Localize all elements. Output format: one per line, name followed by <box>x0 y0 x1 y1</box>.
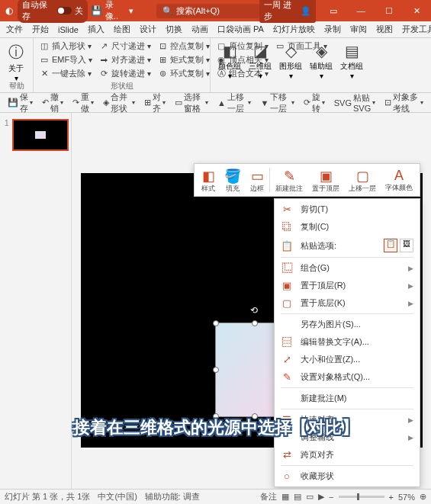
qat-上移一层[interactable]: ▲上移一层 ▾ <box>214 90 254 116</box>
save-icon[interactable]: 💾 <box>91 5 102 17</box>
qat-选择窗格[interactable]: ▭选择窗格 ▾ <box>172 90 211 116</box>
menu-快速对齐[interactable]: ☰快速对齐▶ <box>275 411 420 429</box>
autosave-toggle[interactable]: 自动保存 关 <box>18 0 87 23</box>
tab-幻灯片放映[interactable]: 幻灯片放映 <box>269 21 320 37</box>
tab-绘图[interactable]: 绘图 <box>109 21 135 37</box>
menu-另存为图片(S)...[interactable]: 另存为图片(S)... <box>275 316 420 333</box>
ribbon-btn-尺寸递进[interactable]: ↗尺寸递进 ▾ <box>96 40 153 53</box>
about-button[interactable]: ⓘ 关于 ▾ <box>3 40 29 85</box>
accessibility[interactable]: 辅助功能: 调查 <box>145 491 200 502</box>
close-icon[interactable]: ✕ <box>406 0 428 21</box>
menu-组合(G)[interactable]: ⿺组合(G)▶ <box>275 259 420 277</box>
tab-开发工具[interactable]: 开发工具 <box>397 21 431 37</box>
menu-置于顶层(R)[interactable]: ▣置于顶层(R)▶ <box>275 277 420 294</box>
tab-视图[interactable]: 视图 <box>371 21 397 37</box>
zoom-slider[interactable] <box>339 496 384 498</box>
menu-设置对象格式(Q)...[interactable]: ✎设置对象格式(Q)... <box>275 368 420 386</box>
fit-icon[interactable]: ⊕ <box>420 492 426 502</box>
mini-新建批注[interactable]: ✎新建批注 <box>271 166 307 194</box>
minimize-icon[interactable]: — <box>350 0 372 21</box>
resize-handle[interactable] <box>213 320 219 326</box>
qat-合并形状[interactable]: ◈合并形状 ▾ <box>100 90 138 116</box>
group-icon: ◈ <box>316 42 327 60</box>
tab-开始[interactable]: 开始 <box>27 21 53 37</box>
dropdown-icon[interactable]: ▾ <box>129 6 133 16</box>
ribbon-btn-旋转递进[interactable]: ⟳旋转递进 ▾ <box>96 67 153 80</box>
resize-handle[interactable] <box>252 320 258 326</box>
ribbon-btn-对齐递进[interactable]: ⮕对齐递进 ▾ <box>96 53 153 66</box>
resize-handle[interactable] <box>213 367 219 373</box>
btn-icon: ↗ <box>98 41 109 52</box>
rotate-handle-icon[interactable]: ⟲ <box>250 305 258 316</box>
qat-重做[interactable]: ↷重做 ▾ <box>69 90 97 116</box>
view-reading-icon[interactable]: ▭ <box>306 492 314 502</box>
view-sorter-icon[interactable]: ▤ <box>294 492 301 502</box>
qat-撤销[interactable]: ↶撤销 ▾ <box>39 90 66 116</box>
ribbon-btn-环式复制[interactable]: ⊚环式复制 ▾ <box>155 67 212 80</box>
mini-样式[interactable]: ◧样式 <box>197 166 220 194</box>
menu-跨页对齐[interactable]: ⇄跨页对齐 <box>275 446 420 464</box>
paste-option-icon[interactable]: 🖼 <box>400 239 413 252</box>
qat-对象多考线[interactable]: ⊡对象多考线 ▾ <box>381 90 426 116</box>
zoom-out-icon[interactable]: − <box>329 493 333 502</box>
ribbon-group-图形组[interactable]: ◇图形组▾ <box>278 40 304 82</box>
ribbon-btn-矩式复制[interactable]: ⊞矩式复制 ▾ <box>155 53 212 66</box>
doc-name: 录像.. <box>105 0 126 22</box>
tab-文件[interactable]: 文件 <box>2 21 27 37</box>
tab-插入[interactable]: 插入 <box>83 21 109 37</box>
ribbon-group-颜色组[interactable]: ◧颜色组▾ <box>217 40 243 82</box>
mini-置于顶层[interactable]: ▣置于顶层 <box>307 166 344 194</box>
mini-边框[interactable]: ▭边框 <box>246 166 269 194</box>
tab-动画[interactable]: 动画 <box>187 21 213 37</box>
ribbon-btn-EMF导入[interactable]: ▭EMF导入 ▾ <box>37 53 95 66</box>
tab-设计[interactable]: 设计 <box>135 21 161 37</box>
tab-切换[interactable]: 切换 <box>161 21 187 37</box>
slide-thumbnail[interactable] <box>12 119 69 151</box>
menu-icon: ▢ <box>281 297 293 309</box>
qat-下移一层[interactable]: ▼下移一层 ▾ <box>257 90 297 116</box>
title-bar: ◐ 自动保存 关 💾 录像.. ▾ 🔍 搜索(Alt+Q) 一周 进步 👤 ▭ … <box>0 0 431 21</box>
menu-复制(C)[interactable]: ⿻复制(C) <box>275 218 420 236</box>
qat-对齐[interactable]: ⊞对齐 ▾ <box>141 90 169 116</box>
ribbon-btn-控点复制[interactable]: ⊡控点复制 ▾ <box>155 40 212 53</box>
mini-字体颜色[interactable]: A字体颜色 <box>381 166 417 194</box>
paste-option-icon[interactable]: 📋 <box>384 239 397 252</box>
menu-大小和位置(Z)...[interactable]: ⤢大小和位置(Z)... <box>275 351 420 368</box>
qat-保存[interactable]: 💾保存 ▾ <box>5 90 36 116</box>
resize-handle[interactable] <box>213 413 219 419</box>
search-input[interactable]: 🔍 搜索(Alt+Q) <box>156 4 260 18</box>
menu-调整辅线[interactable]: 调整辅线▶ <box>275 429 420 446</box>
slide-count: 幻灯片 第 1 张，共 1张 <box>5 491 90 502</box>
zoom-in-icon[interactable]: + <box>389 493 394 502</box>
menu-置于底层(K)[interactable]: ▢置于底层(K)▶ <box>275 294 420 312</box>
menu-剪切(T)[interactable]: ✂剪切(T) <box>275 201 420 218</box>
language[interactable]: 中文(中国) <box>98 491 137 502</box>
menu-编辑替换文字(A)...[interactable]: ⿳编辑替换文字(A)... <box>275 333 420 351</box>
notes-button[interactable]: 备注 <box>260 491 277 502</box>
ribbon-group-文档组[interactable]: ▤文档组▾ <box>339 40 365 82</box>
ribbon-group-辅助组[interactable]: ◈辅助组▾ <box>308 40 334 82</box>
ribbon-btn-插入形状[interactable]: ◫插入形状 ▾ <box>37 40 95 53</box>
ribbon-btn-一键去除[interactable]: ✕一键去除 ▾ <box>37 67 95 80</box>
qat-粘贴SVG[interactable]: SVG粘贴SVG ▾ <box>331 91 378 114</box>
btn-icon: ⊚ <box>157 69 168 79</box>
view-normal-icon[interactable]: ▦ <box>281 492 289 502</box>
ribbon-options-icon[interactable]: ▭ <box>322 0 344 21</box>
tab-审阅[interactable]: 审阅 <box>346 21 371 37</box>
zoom-level[interactable]: 57% <box>398 493 415 502</box>
tab-口袋动画 PA[interactable]: 口袋动画 PA <box>213 21 269 37</box>
mini-上移一层[interactable]: ▢上移一层 <box>344 166 381 194</box>
mini-填充[interactable]: 🪣填充 <box>220 166 246 194</box>
menu-粘贴选项:[interactable]: 📋粘贴选项:📋 🖼 <box>275 236 420 255</box>
tab-iSlide[interactable]: iSlide <box>53 23 83 37</box>
resize-handle[interactable] <box>252 413 258 419</box>
ribbon-group-三维组[interactable]: ◪三维组▾ <box>247 40 273 82</box>
user-account[interactable]: 一周 进步 👤 <box>259 0 316 23</box>
qat-icon: ⊞ <box>144 98 151 108</box>
tab-录制[interactable]: 录制 <box>320 21 346 37</box>
qat-旋转[interactable]: ⟳旋转 ▾ <box>301 90 328 116</box>
menu-新建批注(M)[interactable]: 新建批注(M) <box>275 390 420 407</box>
maximize-icon[interactable]: ☐ <box>378 0 400 21</box>
menu-收藏形状[interactable]: ○收藏形状 <box>275 467 420 485</box>
slideshow-icon[interactable]: ▶ <box>318 492 324 502</box>
